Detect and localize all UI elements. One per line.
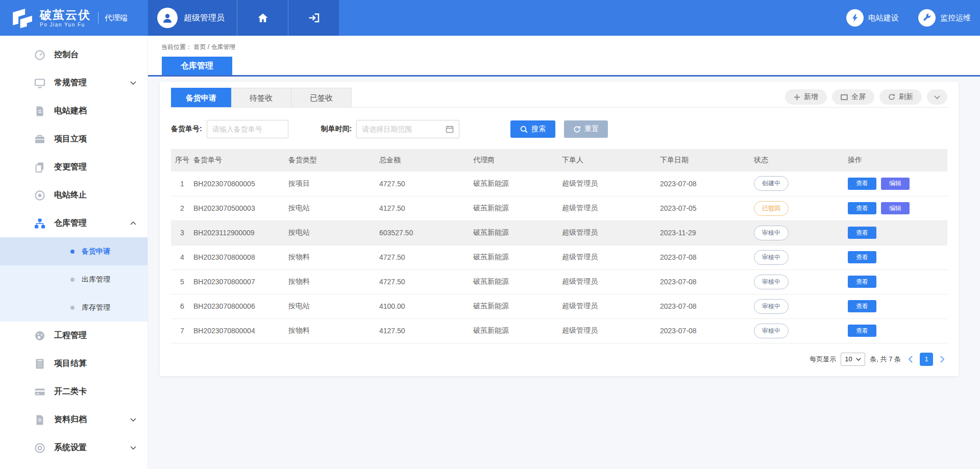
status-cell: 审核中 [754, 245, 848, 269]
fullscreen-button[interactable]: 全屏 [832, 89, 874, 105]
per-page-select[interactable]: 10 [841, 353, 865, 366]
archive-icon [34, 414, 46, 426]
status-cell: 审核中 [754, 220, 848, 245]
refresh-icon [888, 93, 895, 101]
view-button[interactable]: 查看 [848, 300, 876, 312]
view-button[interactable]: 查看 [848, 325, 876, 337]
date-range-input[interactable] [356, 120, 459, 138]
view-button[interactable]: 查看 [848, 276, 876, 288]
status-badge: 创建中 [754, 176, 789, 191]
view-button[interactable]: 查看 [848, 178, 876, 190]
sidebar-item-label: 资料归档 [54, 414, 87, 425]
status-badge: 审核中 [754, 226, 789, 240]
page-tab-warehouse[interactable]: 仓库管理 [162, 57, 232, 75]
order-no-input[interactable] [207, 120, 288, 138]
tab-received[interactable]: 已签收 [291, 88, 352, 107]
sidebar-item-project-settlement[interactable]: 项目结算 [0, 350, 148, 378]
sidebar-item-outbound-management[interactable]: 出库管理 [0, 265, 148, 293]
date-range-field[interactable] [362, 125, 446, 133]
sidebar-item-data-archive[interactable]: 资料归档 [0, 406, 148, 434]
sidebar-item-engineering-management[interactable]: 工程管理 [0, 322, 148, 350]
calendar-icon [446, 125, 454, 133]
search-icon [520, 126, 528, 133]
refresh-button[interactable]: 刷新 [879, 89, 922, 105]
view-button[interactable]: 查看 [848, 251, 876, 263]
view-button[interactable]: 查看 [848, 227, 876, 239]
collapse-toolbar-button[interactable] [927, 89, 947, 105]
chevron-down-icon [130, 418, 136, 422]
next-page-button[interactable] [938, 356, 947, 363]
orderer-cell: 超级管理员 [562, 220, 660, 245]
sidebar-subitem-label: 出库管理 [82, 275, 110, 284]
table-row: 1BH2023070800005按项目4727.50破茧新能源超级管理员2023… [171, 171, 947, 196]
orderer-cell: 超级管理员 [562, 294, 660, 318]
index-cell: 1 [171, 171, 193, 196]
tab-stock-request[interactable]: 备货申请 [171, 88, 231, 107]
reset-button[interactable]: 重置 [564, 120, 608, 138]
sidebar-item-station-filing[interactable]: 电站建档 [0, 97, 148, 125]
page-number-button[interactable]: 1 [920, 353, 933, 366]
app-window: 破茧云伏 Po Jian Yun Fu 代理端 超级管理员 [0, 0, 980, 469]
sidebar-item-label: 开二类卡 [54, 386, 87, 397]
nav-monitor-ops[interactable]: 监控运维 [918, 9, 971, 27]
chevron-down-icon [130, 81, 136, 85]
sidebar-item-label: 项目立项 [54, 134, 87, 144]
tab-pending-receipt[interactable]: 待签收 [231, 88, 291, 107]
view-button[interactable]: 查看 [848, 202, 876, 214]
index-cell: 4 [171, 245, 193, 269]
index-cell: 2 [171, 196, 193, 220]
home-button[interactable] [237, 0, 288, 36]
column-header: 下单日期 [660, 149, 754, 171]
chevron-down-icon [130, 446, 136, 450]
actions-cell: 查看 [848, 318, 947, 343]
index-cell: 3 [171, 220, 193, 245]
calculator-icon [34, 358, 46, 370]
reset-icon [573, 126, 581, 133]
actions-cell: 查看编辑 [848, 171, 947, 196]
sidebar-item-warehouse-management[interactable]: 仓库管理 [0, 209, 148, 237]
edit-button[interactable]: 编辑 [881, 178, 910, 190]
column-header: 代理商 [473, 149, 562, 171]
dashboard-icon [34, 49, 46, 61]
user-menu[interactable]: 超级管理员 [148, 0, 237, 36]
status-cell: 审核中 [754, 318, 848, 343]
column-header: 操作 [848, 149, 947, 171]
order-no-cell: BH2023112900009 [193, 220, 288, 245]
status-cell: 审核中 [754, 269, 848, 294]
sidebar-item-console[interactable]: 控制台 [0, 41, 148, 69]
sidebar-item-change-management[interactable]: 变更管理 [0, 153, 148, 181]
sidebar-item-inventory-management[interactable]: 库存管理 [0, 293, 148, 322]
table-row: 3BH2023112900009按电站603527.50破茧新能源超级管理员20… [171, 220, 947, 245]
lightning-icon [846, 9, 864, 27]
filter-bar: 备货单号: 制单时间: 搜索 [171, 120, 947, 138]
date-cell: 2023-07-05 [660, 196, 754, 220]
settings-icon [34, 442, 46, 454]
sidebar-item-system-settings[interactable]: 系统设置 [0, 434, 148, 462]
home-icon [257, 12, 269, 24]
type-cell: 按电站 [288, 294, 379, 318]
sidebar-item-label: 系统设置 [54, 442, 87, 453]
orderer-cell: 超级管理员 [562, 196, 660, 220]
chevron-down-icon [934, 95, 940, 99]
edit-button[interactable]: 编辑 [881, 202, 910, 214]
plus-icon [794, 94, 800, 101]
sidebar-item-open-type2-card[interactable]: 开二类卡 [0, 378, 148, 406]
sidebar-item-project-initiation[interactable]: 项目立项 [0, 125, 148, 153]
amount-cell: 4127.50 [379, 318, 473, 343]
nav-power-construction[interactable]: 电站建设 [846, 9, 899, 27]
sidebar-item-general-management[interactable]: 常规管理 [0, 69, 148, 97]
actions-cell: 查看 [848, 294, 947, 318]
add-button[interactable]: 新增 [785, 89, 827, 105]
search-button[interactable]: 搜索 [510, 120, 555, 138]
sidebar-item-stock-request[interactable]: 备货申请 [0, 237, 148, 265]
table-row: 5BH2023070800007按物料4727.50破茧新能源超级管理员2023… [171, 269, 947, 294]
order-no-cell: BH2023070800006 [193, 294, 288, 318]
index-cell: 7 [171, 318, 193, 343]
logout-button[interactable] [288, 0, 339, 36]
prev-page-button[interactable] [905, 356, 915, 363]
sidebar-subitem-label: 备货申请 [82, 247, 110, 256]
sidebar-submenu: 备货申请 出库管理 库存管理 [0, 237, 148, 322]
sidebar-item-station-termination[interactable]: 电站终止 [0, 181, 148, 209]
logo-title: 破茧云伏 [40, 9, 91, 21]
chevron-up-icon [130, 221, 136, 225]
